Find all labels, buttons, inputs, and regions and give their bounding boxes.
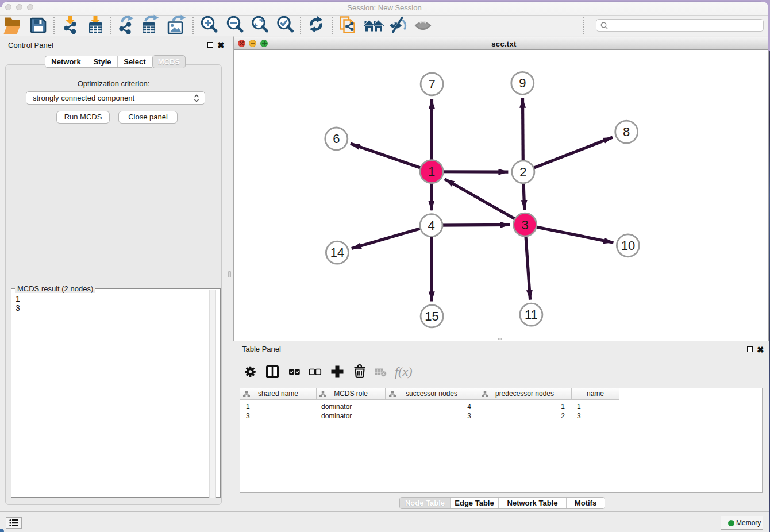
svg-text:6: 6 — [333, 132, 340, 146]
svg-text:1: 1 — [428, 164, 435, 179]
svg-text:3: 3 — [521, 218, 528, 232]
svg-text:7: 7 — [428, 77, 435, 91]
svg-text:2: 2 — [519, 165, 526, 179]
svg-text:11: 11 — [525, 307, 538, 322]
svg-text:4: 4 — [428, 218, 434, 233]
svg-text:15: 15 — [425, 309, 438, 323]
svg-text:9: 9 — [519, 76, 526, 90]
svg-text:f(x): f(x) — [395, 364, 413, 379]
svg-text:8: 8 — [623, 125, 630, 139]
svg-text:14: 14 — [330, 245, 344, 260]
svg-text:10: 10 — [621, 238, 635, 253]
